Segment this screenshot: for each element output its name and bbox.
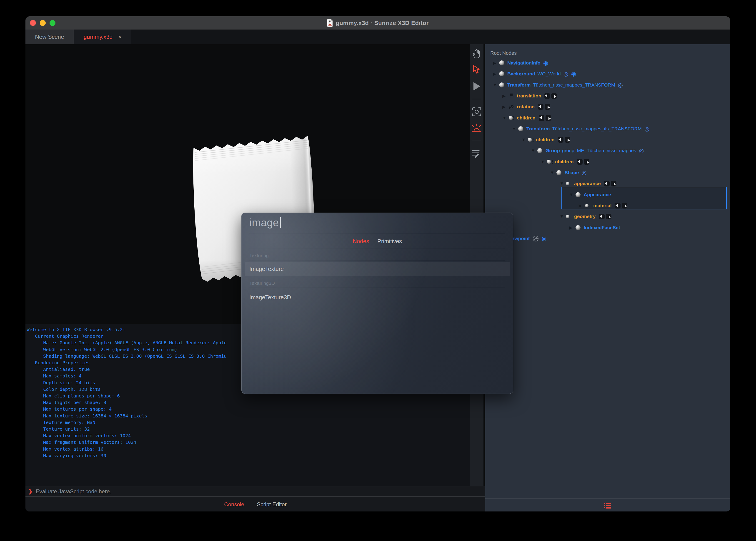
tree-row-group[interactable]: ▼Groupgroup_ME_Tütchen_rissc_mappes◎ — [485, 145, 730, 156]
tab-close-icon[interactable]: × — [118, 33, 121, 40]
visibility-icon[interactable]: ◎ — [563, 71, 568, 77]
tree-row-translation[interactable]: ▶translation — [485, 90, 730, 101]
output-routes-icon[interactable] — [584, 159, 589, 165]
node-sphere-icon — [499, 71, 504, 76]
collapse-icon[interactable]: ▼ — [502, 115, 509, 120]
output-routes-icon[interactable] — [622, 203, 627, 209]
output-routes-icon[interactable] — [546, 115, 551, 121]
input-routes-icon[interactable] — [599, 214, 605, 220]
bind-node-icon[interactable]: ◉ — [543, 60, 548, 66]
dialog-tabs: Nodes Primitives — [242, 236, 513, 246]
expand-icon[interactable]: ▶ — [569, 225, 576, 230]
route-icons[interactable] — [539, 115, 551, 121]
route-icons[interactable] — [544, 93, 557, 99]
route-icons[interactable] — [577, 159, 589, 165]
collapse-icon[interactable]: ▼ — [512, 126, 518, 131]
tree-row-transform[interactable]: ▼TransformTütchen_rissc_mappes_ifs_TRANS… — [485, 123, 730, 134]
play-icon[interactable] — [471, 81, 482, 92]
expand-icon[interactable]: ▶ — [493, 60, 499, 66]
collapse-icon[interactable]: ▼ — [531, 148, 537, 153]
collapse-icon[interactable]: ▼ — [550, 170, 556, 175]
tab-new-scene[interactable]: New Scene — [25, 30, 74, 44]
collapse-icon[interactable]: ▼ — [560, 214, 566, 219]
input-routes-icon[interactable] — [538, 104, 543, 110]
tree-row-appearance[interactable]: ▼Appearance — [485, 189, 730, 200]
console-input-bar[interactable]: ❯ Evaluate JavaScript code here. — [25, 486, 485, 497]
output-routes-icon[interactable] — [551, 93, 557, 99]
tree-row-children[interactable]: ▼children — [485, 134, 730, 145]
select-arrow-icon[interactable] — [471, 65, 482, 75]
document-tab-bar: New Scene gummy.x3d × — [25, 30, 730, 45]
camera-center-icon[interactable] — [471, 107, 482, 117]
tab-console[interactable]: Console — [224, 501, 244, 508]
field-name-label: translation — [517, 93, 541, 99]
node-sphere-icon — [556, 170, 561, 175]
visibility-icon[interactable]: ◎ — [639, 148, 644, 154]
visibility-icon[interactable]: ◎ — [644, 126, 649, 132]
visibility-icon[interactable]: ◎ — [618, 82, 623, 88]
field-name-label: children — [555, 159, 574, 165]
expand-icon[interactable]: ▶ — [502, 104, 509, 110]
collapse-icon[interactable]: ▼ — [569, 192, 576, 197]
dialog-item-imagetexture[interactable]: ImageTexture — [245, 262, 510, 276]
output-routes-icon[interactable] — [545, 104, 550, 110]
minimize-button[interactable] — [40, 20, 46, 26]
outline-list-icon[interactable] — [604, 503, 611, 509]
route-icons[interactable] — [615, 203, 627, 209]
collapse-icon[interactable]: ▼ — [493, 82, 499, 87]
close-button[interactable] — [30, 20, 36, 26]
hand-pan-icon[interactable] — [471, 48, 482, 59]
tool-node-icon[interactable] — [533, 236, 539, 242]
expand-icon[interactable]: ▶ — [579, 203, 585, 208]
tree-row-geometry[interactable]: ▼geometry — [485, 211, 730, 222]
node-def-name: Tütchen_rissc_mappes_TRANSFORM — [533, 82, 615, 88]
input-routes-icon[interactable] — [604, 181, 610, 187]
output-routes-icon[interactable] — [611, 181, 616, 187]
collapse-icon[interactable]: ▼ — [560, 181, 566, 186]
output-routes-icon[interactable] — [565, 137, 570, 143]
tree-row-indexedfaceset[interactable]: ▶IndexedFaceSet — [485, 222, 730, 233]
tree-row-children[interactable]: ▼children — [485, 156, 730, 167]
bind-node-icon[interactable]: ◉ — [541, 236, 546, 242]
tree-row-shape[interactable]: ▼Shape◎ — [485, 167, 730, 178]
light-icon[interactable] — [471, 123, 482, 133]
tree-row-transform[interactable]: ▼TransformTütchen_rissc_mappes_TRANSFORM… — [485, 80, 730, 90]
expand-icon[interactable]: ▶ — [502, 93, 509, 99]
dialog-tab-primitives[interactable]: Primitives — [377, 238, 402, 245]
tree-row-rotation[interactable]: ▶rotation — [485, 101, 730, 112]
dialog-item-imagetexture3d[interactable]: ImageTexture3D — [245, 290, 510, 304]
output-routes-icon[interactable] — [606, 214, 611, 220]
node-search-input[interactable]: image — [249, 217, 281, 229]
visibility-icon[interactable]: ◎ — [582, 170, 587, 176]
tree-row-navigationinfo[interactable]: ▶NavigationInfo◉ — [485, 57, 730, 68]
tab-script-editor[interactable]: Script Editor — [257, 501, 287, 508]
node-def-name: group_ME_Tütchen_rissc_mappes — [562, 148, 636, 153]
input-routes-icon[interactable] — [558, 137, 563, 143]
input-routes-icon[interactable] — [544, 93, 550, 99]
toolbar-separator — [472, 99, 481, 99]
expand-icon[interactable]: ▶ — [493, 71, 499, 77]
tree-row-background[interactable]: ▶BackgroundWO_World◎◉ — [485, 68, 730, 79]
input-routes-icon[interactable] — [577, 159, 583, 165]
window-title-wrap: gummy.x3d · Sunrize X3D Editor — [25, 19, 730, 27]
collapse-icon[interactable]: ▼ — [521, 137, 528, 142]
tree-row-material[interactable]: ▶material — [485, 200, 730, 211]
route-icons[interactable] — [558, 137, 570, 143]
window-title: gummy.x3d · Sunrize X3D Editor — [336, 20, 429, 27]
tree-row-children[interactable]: ▼children — [485, 112, 730, 123]
bind-node-icon[interactable]: ◉ — [571, 71, 576, 77]
route-icons[interactable] — [538, 104, 550, 110]
tree-row-viewpoint[interactable]: ▶Viewpoint◉ — [485, 233, 730, 244]
node-sphere-icon — [528, 138, 532, 142]
collapse-icon[interactable]: ▼ — [541, 159, 547, 164]
route-icons[interactable] — [599, 214, 611, 220]
tree-row-appearance[interactable]: ▼appearance — [485, 178, 730, 189]
zoom-button[interactable] — [50, 20, 55, 26]
route-icons[interactable] — [604, 181, 616, 187]
input-routes-icon[interactable] — [539, 115, 544, 121]
input-routes-icon[interactable] — [615, 203, 621, 209]
node-type-label: Background — [507, 71, 535, 77]
tab-gummy-x3d[interactable]: gummy.x3d × — [74, 30, 132, 44]
dialog-tab-nodes[interactable]: Nodes — [353, 238, 369, 245]
script-edit-icon[interactable] — [471, 148, 482, 159]
